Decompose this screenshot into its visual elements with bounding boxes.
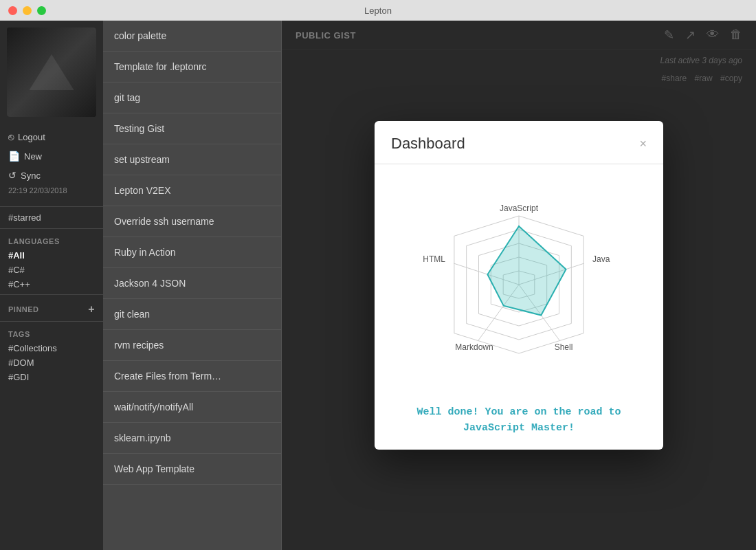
modal-header: Dashboard × [375,121,663,164]
snippet-item-4[interactable]: Testing Gist [103,113,281,144]
divider-1 [0,206,103,207]
tags-section-label: TAGS [0,324,103,341]
label-java: Java [592,254,610,264]
sync-label: Sync [21,170,41,181]
divider-3 [0,294,103,295]
sidebar-item-new[interactable]: 📄 New [0,146,103,166]
avatar-image [7,28,96,117]
label-html: HTML [423,254,445,264]
snippet-item-14[interactable]: sklearn.ipynb [103,423,281,454]
app-title: Lepton [364,6,392,16]
dashboard-modal: Dashboard × [375,121,663,450]
languages-section-label: LANGUAGES [0,232,103,248]
app-container: ⎋ Logout 📄 New ↺ Sync 22:19 22/03/2018 #… [0,21,756,550]
window-controls [8,6,46,15]
avatar [7,28,96,117]
close-button[interactable] [8,6,17,15]
radar-chart-container: .grid-line { stroke: #ccc; stroke-width:… [391,178,647,391]
snippet-item-11[interactable]: rvm recipes [103,330,281,361]
titlebar: Lepton [0,0,756,21]
snippet-item-9[interactable]: Jackson 4 JSON [103,268,281,299]
snippet-item-7[interactable]: Override ssh username [103,206,281,237]
pinned-section-label: PINNED [8,305,39,314]
sidebar-nav: ⎋ Logout 📄 New ↺ Sync 22:19 22/03/2018 [0,124,103,204]
label-markdown: Markdown [455,342,493,352]
snippet-list: color paletteTemplate for .leptonrcgit t… [103,21,282,550]
logout-icon: ⎋ [8,131,14,142]
snippet-item-2[interactable]: Template for .leptonrc [103,52,281,82]
modal-body: .grid-line { stroke: #ccc; stroke-width:… [375,164,663,450]
datetime-display: 22:19 22/03/2018 [0,185,103,200]
modal-overlay: Dashboard × [282,21,756,550]
snippet-item-12[interactable]: Create Files from Term… [103,361,281,392]
language-csharp[interactable]: #C# [0,263,103,277]
snippet-item-6[interactable]: Lepton V2EX [103,175,281,206]
radar-data-polygon [487,226,566,316]
radar-chart: .grid-line { stroke: #ccc; stroke-width:… [392,178,646,391]
snippet-item-1[interactable]: color palette [103,21,281,52]
snippet-item-15[interactable]: Web App Template [103,454,281,485]
sidebar: ⎋ Logout 📄 New ↺ Sync 22:19 22/03/2018 #… [0,21,103,550]
language-all[interactable]: #All [0,248,103,263]
new-icon: 📄 [8,151,20,162]
pinned-section-header: PINNED + [0,298,103,318]
logout-label: Logout [18,132,45,142]
language-cpp[interactable]: #C++ [0,277,103,292]
new-label: New [24,151,42,162]
snippet-item-5[interactable]: set upstream [103,144,281,175]
message-line2: JavaScript Master! [391,421,647,437]
minimize-button[interactable] [23,6,32,15]
snippet-item-13[interactable]: wait/notify/notifyAll [103,392,281,423]
sidebar-starred[interactable]: #starred [0,210,103,226]
snippet-item-8[interactable]: Ruby in Action [103,237,281,268]
label-shell: Shell [555,342,573,352]
label-javascript: JavaScript [500,204,539,213]
pinned-add-button[interactable]: + [88,303,95,316]
divider-4 [0,321,103,322]
radar-message: Well done! You are on the road to JavaSc… [391,405,647,436]
sidebar-item-sync[interactable]: ↺ Sync [0,166,103,185]
maximize-button[interactable] [37,6,46,15]
sidebar-item-logout[interactable]: ⎋ Logout [0,127,103,146]
tag-collections[interactable]: #Collections [0,341,103,355]
snippet-item-10[interactable]: git clean [103,299,281,330]
sync-icon: ↺ [8,170,16,181]
modal-close-button[interactable]: × [639,138,647,150]
tag-dom[interactable]: #DOM [0,355,103,370]
main-content: PUBLIC GIST ✎ ↗ 👁 🗑 Last active 3 days a… [282,21,756,550]
message-line1: Well done! You are on the road to [391,405,647,421]
snippet-item-3[interactable]: git tag [103,82,281,113]
tag-gdi[interactable]: #GDI [0,370,103,384]
divider-2 [0,228,103,229]
modal-title: Dashboard [391,135,465,153]
